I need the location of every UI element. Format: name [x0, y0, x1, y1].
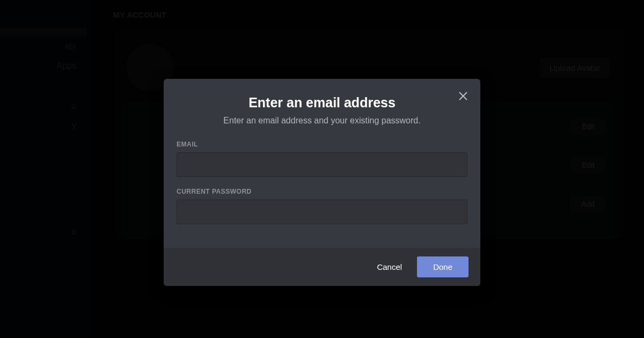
modal-subtitle: Enter an email address and your existing… — [177, 116, 467, 126]
modal-title: Enter an email address — [177, 95, 467, 111]
email-field[interactable] — [177, 152, 467, 177]
password-label: CURRENT PASSWORD — [177, 188, 467, 195]
close-icon[interactable] — [456, 89, 471, 104]
modal-footer: Cancel Done — [164, 248, 480, 286]
email-change-modal: Enter an email address Enter an email ad… — [164, 79, 480, 286]
modal-overlay: Enter an email address Enter an email ad… — [0, 0, 644, 338]
current-password-field[interactable] — [177, 200, 467, 224]
email-label: EMAIL — [177, 141, 467, 148]
done-button[interactable]: Done — [417, 256, 469, 277]
cancel-button[interactable]: Cancel — [375, 257, 404, 277]
